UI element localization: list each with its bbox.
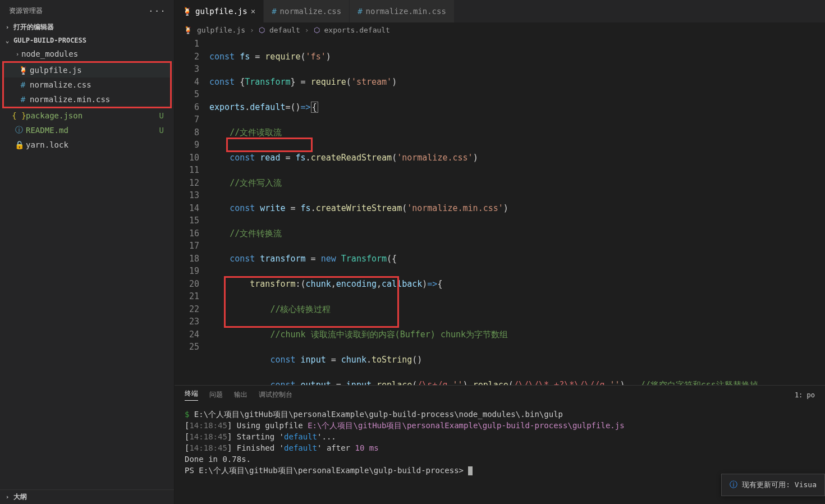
code-editor[interactable]: 1234567891011121314151617181920212223242… <box>175 38 825 385</box>
tree-folder-node-modules[interactable]: › node_modules <box>0 47 174 61</box>
breadcrumb-end: exports.default <box>324 26 390 34</box>
gulp-icon: 🍹 <box>184 26 192 34</box>
info-icon: ⓘ <box>13 125 25 135</box>
tree-label: node_modules <box>21 49 78 58</box>
tree-file-gulpfile[interactable]: 🍹 gulpfile.js <box>4 63 170 77</box>
chevron-right-icon: › <box>250 26 254 34</box>
line-gutter: 1234567891011121314151617181920212223242… <box>175 38 209 385</box>
tree-file-readme[interactable]: ⓘ README.md U <box>0 123 174 138</box>
sidebar-header: 资源管理器 ··· <box>0 0 174 20</box>
cube-icon: ⬡ <box>259 26 265 34</box>
tab-gulpfile[interactable]: 🍹 gulpfile.js × <box>175 0 264 22</box>
panel-tab-debug[interactable]: 调试控制台 <box>259 390 292 400</box>
chevron-right-icon: › <box>13 51 21 58</box>
git-status: U <box>159 126 164 135</box>
gulp-icon: 🍹 <box>182 7 192 16</box>
tree-label: README.md <box>26 126 68 135</box>
tree-file-yarn[interactable]: 🔒 yarn.lock <box>0 138 174 152</box>
section-label: 大纲 <box>13 492 27 502</box>
tab-label: normalize.min.css <box>366 7 446 16</box>
terminal-selector[interactable]: 1: po <box>795 391 815 399</box>
update-notification[interactable]: ⓘ 现有更新可用: Visua <box>721 474 825 496</box>
chevron-right-icon: › <box>3 493 11 501</box>
chevron-right-icon: › <box>305 26 309 34</box>
explorer-sidebar: 资源管理器 ··· › 打开的编辑器 ⌄ GULP-BUILD-PROCESS … <box>0 0 175 504</box>
gulp-icon: 🍹 <box>17 66 29 75</box>
hash-icon: # <box>272 7 276 16</box>
section-open-editors[interactable]: › 打开的编辑器 <box>0 20 174 34</box>
sidebar-title: 资源管理器 <box>9 6 43 16</box>
section-label: 打开的编辑器 <box>13 22 54 32</box>
breadcrumb-file: gulpfile.js <box>197 26 245 34</box>
tree-label: package.json <box>26 111 82 120</box>
tab-normalize-min[interactable]: # normalize.min.css <box>350 0 455 22</box>
highlighted-files-box: 🍹 gulpfile.js # normalize.css # normaliz… <box>2 61 172 108</box>
braces-icon: { } <box>13 111 25 120</box>
highlight-box-transform <box>226 138 313 152</box>
section-project[interactable]: ⌄ GULP-BUILD-PROCESS <box>0 34 174 47</box>
panel-tab-output[interactable]: 输出 <box>234 390 247 400</box>
section-outline[interactable]: › 大纲 <box>0 489 174 504</box>
close-icon[interactable]: × <box>251 7 255 16</box>
chevron-down-icon: ⌄ <box>3 37 11 44</box>
git-status: U <box>159 111 164 120</box>
file-tree: › node_modules 🍹 gulpfile.js # normalize… <box>0 47 174 489</box>
tab-label: gulpfile.js <box>195 7 247 16</box>
tree-file-package[interactable]: { } package.json U <box>0 108 174 123</box>
hash-icon: # <box>17 80 29 89</box>
tree-file-normalize[interactable]: # normalize.css <box>4 77 170 92</box>
editor-area: 🍹 gulpfile.js × # normalize.css # normal… <box>175 0 825 504</box>
more-icon[interactable]: ··· <box>148 6 166 16</box>
tree-label: normalize.min.css <box>30 95 110 104</box>
tree-label: gulpfile.js <box>30 66 82 75</box>
tree-file-normalize-min[interactable]: # normalize.min.css <box>4 92 170 107</box>
lock-icon: 🔒 <box>13 140 25 149</box>
section-label: GULP-BUILD-PROCESS <box>13 36 86 44</box>
panel-tabs: 终端 问题 输出 调试控制台 1: po <box>175 386 825 403</box>
info-icon: ⓘ <box>730 480 737 490</box>
terminal-cursor <box>468 466 473 475</box>
tab-normalize[interactable]: # normalize.css <box>264 0 350 22</box>
hash-icon: # <box>358 7 362 16</box>
tab-label: normalize.css <box>280 7 342 16</box>
notification-text: 现有更新可用: Visua <box>742 480 817 490</box>
tree-label: yarn.lock <box>26 140 68 149</box>
tree-label: normalize.css <box>30 80 91 89</box>
breadcrumbs[interactable]: 🍹 gulpfile.js › ⬡ default › ⬡ exports.de… <box>175 22 825 38</box>
code-content[interactable]: const fs = require('fs') const {Transfor… <box>209 38 825 385</box>
cube-icon: ⬡ <box>314 26 320 34</box>
panel-tab-problems[interactable]: 问题 <box>209 390 223 400</box>
hash-icon: # <box>17 95 29 104</box>
panel-tab-terminal[interactable]: 终端 <box>185 389 198 401</box>
tab-bar: 🍹 gulpfile.js × # normalize.css # normal… <box>175 0 825 22</box>
breadcrumb-mid: default <box>269 26 300 34</box>
chevron-right-icon: › <box>3 24 11 31</box>
